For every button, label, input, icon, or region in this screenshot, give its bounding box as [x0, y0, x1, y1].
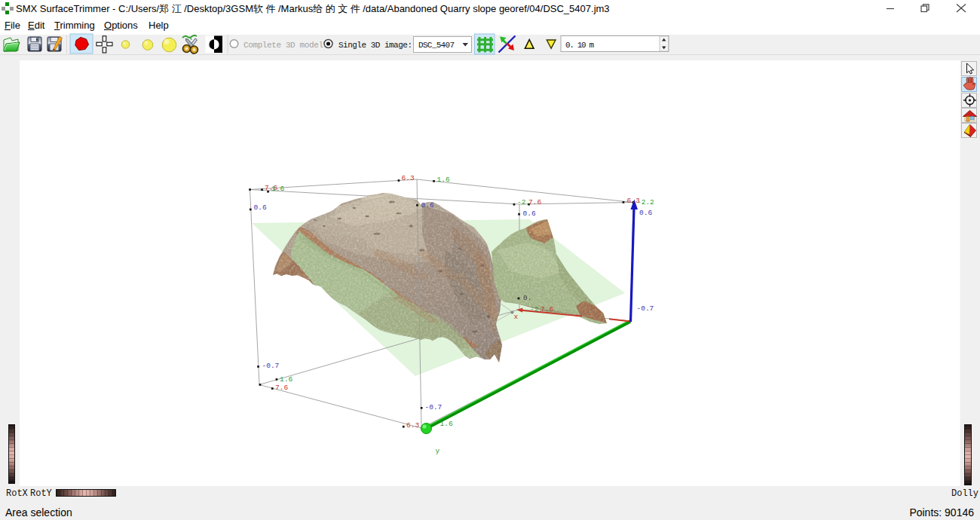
svg-text:1.6: 1.6 — [280, 375, 292, 384]
svg-text:7.6: 7.6 — [275, 384, 288, 392]
svg-text:0.6: 0.6 — [421, 201, 434, 210]
svg-text:y: y — [436, 447, 440, 455]
svg-text:0.6: 0.6 — [639, 209, 652, 217]
svg-text:6.3: 6.3 — [402, 174, 415, 182]
svg-text:-0.7: -0.7 — [637, 304, 654, 313]
svg-text:-0.7: -0.7 — [425, 403, 443, 411]
svg-text:1.6: 1.6 — [440, 420, 453, 428]
svg-text:-0.7: -0.7 — [262, 362, 280, 370]
svg-text:0.: 0. — [523, 294, 531, 302]
svg-text:1.6: 1.6 — [271, 185, 284, 193]
svg-text:-2.2: -2.2 — [637, 198, 654, 206]
svg-text:0. 10 m: 0. 10 m — [565, 41, 594, 50]
svg-text:1.6: 1.6 — [437, 176, 450, 184]
svg-text:DSC_5407: DSC_5407 — [418, 41, 455, 50]
svg-text:Single 3D image:: Single 3D image: — [338, 41, 412, 50]
svg-text:6.3: 6.3 — [406, 421, 419, 430]
svg-text:0.6: 0.6 — [523, 210, 536, 218]
svg-text:x: x — [514, 313, 519, 321]
svg-text:0.6: 0.6 — [254, 203, 267, 212]
svg-text:Complete 3D model: Complete 3D model — [243, 41, 323, 50]
svg-text:7.6: 7.6 — [528, 198, 541, 206]
svg-text:7.6: 7.6 — [541, 305, 553, 314]
